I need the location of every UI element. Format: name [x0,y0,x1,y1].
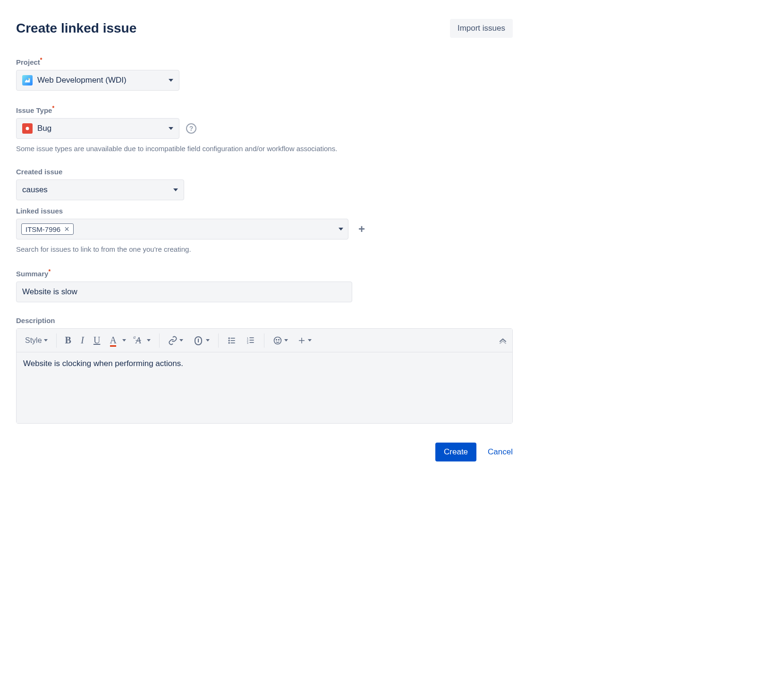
add-linked-issue-button[interactable]: + [355,222,368,236]
created-issue-field-group: Created issue causes [16,168,513,200]
project-icon [22,75,33,85]
issue-type-label: Issue Type* [16,105,513,114]
toolbar-separator [218,333,219,348]
description-label: Description [16,316,513,324]
svg-point-15 [274,337,281,344]
create-button[interactable]: Create [435,443,476,461]
linked-issues-helper: Search for issues to link to from the on… [16,244,513,254]
created-issue-select[interactable]: causes [16,179,184,200]
svg-rect-10 [250,337,254,338]
insert-more-button[interactable] [294,333,315,348]
link-button[interactable] [164,333,187,348]
style-dropdown[interactable]: Style [21,333,51,348]
emoji-button[interactable] [269,333,292,348]
rich-text-editor: Style B I U A aA 123 [16,328,513,424]
linked-issues-input[interactable]: ITSM-7996 × [16,219,348,239]
clear-formatting-button[interactable]: aA [132,333,154,349]
chevron-down-icon [169,79,173,82]
editor-toolbar: Style B I U A aA 123 [17,329,512,352]
numbered-list-button[interactable]: 123 [242,333,259,348]
svg-rect-14 [250,342,254,343]
svg-rect-6 [231,340,235,341]
project-value: Web Development (WDI) [37,76,127,85]
chip-label: ITSM-7996 [25,225,60,233]
description-textarea[interactable]: Website is clocking when performing acti… [17,352,512,423]
dialog-title: Create linked issue [16,21,136,36]
chevron-down-icon [173,188,178,191]
linked-issue-chip: ITSM-7996 × [21,223,74,235]
svg-point-3 [229,337,230,339]
project-label: Project* [16,57,513,66]
svg-point-0 [28,78,30,79]
help-icon[interactable]: ? [186,123,196,134]
svg-rect-12 [250,340,254,341]
collapse-toolbar-button[interactable] [498,337,508,344]
chevron-down-icon [308,339,312,341]
project-field-group: Project* Web Development (WDI) [16,57,513,91]
chevron-down-icon [122,339,126,341]
summary-field-group: Summary* [16,268,513,302]
svg-point-1 [26,127,29,130]
text-color-button[interactable]: A [106,332,130,349]
chevron-down-icon [44,339,48,341]
issue-type-select[interactable]: Bug [16,118,179,139]
svg-point-16 [276,339,277,340]
chip-remove-icon[interactable]: × [64,225,69,233]
chevron-down-icon [206,339,210,341]
svg-rect-8 [231,342,235,343]
chevron-down-icon [169,127,173,130]
toolbar-separator [159,333,160,348]
bullet-list-button[interactable] [223,333,240,348]
linked-issues-label: Linked issues [16,207,513,215]
chevron-down-icon [147,339,151,341]
import-issues-button[interactable]: Import issues [450,19,513,38]
project-select[interactable]: Web Development (WDI) [16,70,179,91]
cancel-button[interactable]: Cancel [488,447,513,457]
svg-text:3: 3 [247,341,248,344]
bug-icon [22,123,33,134]
summary-label: Summary* [16,268,513,278]
svg-rect-4 [231,338,235,339]
underline-button[interactable]: U [90,332,104,349]
chevron-down-icon [179,339,183,341]
linked-issues-field-group: Linked issues ITSM-7996 × + Search for i… [16,207,513,254]
issue-type-value: Bug [37,124,51,133]
chevron-down-icon [284,339,288,341]
dialog-header: Create linked issue Import issues [16,19,513,38]
issue-type-helper: Some issue types are unavailable due to … [16,144,513,154]
dialog-footer: Create Cancel [16,443,513,461]
attachment-button[interactable] [189,332,213,349]
chevron-down-icon [339,228,343,230]
svg-point-17 [279,339,280,340]
issue-type-field-group: Issue Type* Bug ? Some issue types are u… [16,105,513,154]
svg-point-7 [229,342,230,343]
created-issue-value: causes [22,185,48,195]
toolbar-separator [264,333,264,348]
bold-button[interactable]: B [61,332,75,349]
created-issue-label: Created issue [16,168,513,176]
toolbar-separator [56,333,57,348]
italic-button[interactable]: I [77,332,88,349]
description-field-group: Description Style B I U A aA 12 [16,316,513,424]
summary-input[interactable] [16,282,352,302]
svg-point-5 [229,340,230,341]
